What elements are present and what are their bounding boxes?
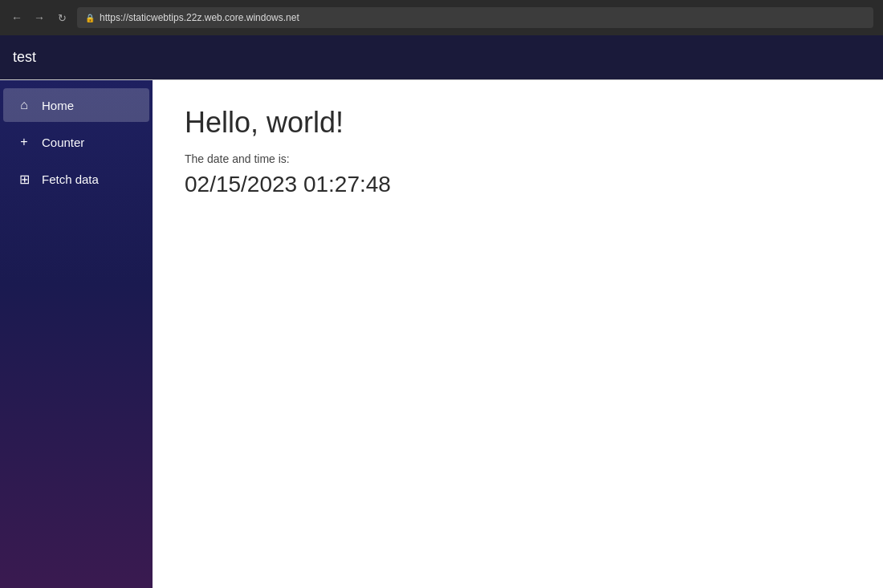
grid-icon: ⊞ [16,172,32,187]
back-button[interactable]: ← [10,10,24,25]
sidebar: ⌂ Home + Counter ⊞ Fetch data [0,80,153,588]
date-label: The date and time is: [185,152,851,165]
main-content: Hello, world! The date and time is: 02/1… [153,80,883,588]
browser-chrome: ← → ↻ 🔒 https://staticwebtips.22z.web.co… [0,0,883,35]
main-area: ⌂ Home + Counter ⊞ Fetch data Hello, wor… [0,80,883,588]
lock-icon: 🔒 [85,14,95,22]
sidebar-item-counter-label: Counter [42,136,84,149]
sidebar-item-fetch-data-label: Fetch data [42,172,99,186]
plus-icon: + [16,135,32,149]
date-value: 02/15/2023 01:27:48 [185,172,851,197]
sidebar-item-home-label: Home [42,99,74,112]
page-heading: Hello, world! [185,106,851,140]
app-container: test ⌂ Home + Counter ⊞ Fetch data Hello… [0,35,883,588]
top-bar: test [0,35,883,80]
home-icon: ⌂ [16,98,32,112]
url-text: https://staticwebtips.22z.web.core.windo… [100,12,299,23]
sidebar-item-fetch-data[interactable]: ⊞ Fetch data [3,162,149,197]
sidebar-item-counter[interactable]: + Counter [3,125,149,159]
sidebar-item-home[interactable]: ⌂ Home [3,88,149,122]
reload-button[interactable]: ↻ [55,10,69,25]
address-bar[interactable]: 🔒 https://staticwebtips.22z.web.core.win… [77,7,873,28]
forward-button[interactable]: → [32,10,47,25]
app-title: test [13,49,36,66]
